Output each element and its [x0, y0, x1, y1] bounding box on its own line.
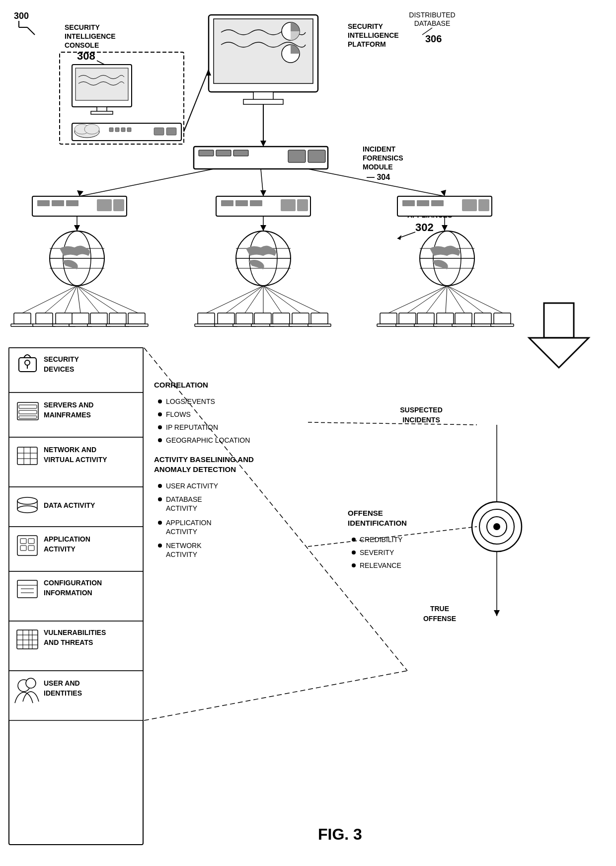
ifm-label3: MODULE: [363, 163, 393, 171]
svg-marker-71: [260, 225, 266, 231]
svg-rect-44: [297, 199, 308, 211]
act-item4: NETWORK: [166, 542, 202, 550]
correlation-title: CORRELATION: [154, 381, 208, 389]
svg-rect-135: [494, 313, 511, 324]
config-label2: INFORMATION: [44, 589, 92, 597]
svg-rect-148: [17, 447, 37, 465]
svg-line-24: [184, 70, 209, 132]
svg-marker-196: [494, 610, 500, 616]
console-label: SECURITY: [65, 23, 100, 31]
svg-rect-22: [154, 128, 164, 135]
svg-rect-19: [115, 128, 119, 132]
svg-rect-94: [125, 324, 148, 326]
svg-marker-52: [260, 190, 266, 196]
svg-rect-29: [288, 150, 306, 162]
ref-306: 306: [425, 33, 442, 44]
svg-rect-27: [216, 150, 231, 156]
svg-rect-104: [218, 313, 234, 324]
act-item2: DATABASE: [166, 495, 202, 503]
svg-marker-69: [74, 225, 80, 231]
act-item4b: ACTIVITY: [166, 551, 198, 558]
svg-rect-23: [166, 128, 176, 135]
svg-rect-38: [97, 199, 112, 211]
offense-title2: IDENTIFICATION: [348, 519, 407, 527]
svg-rect-127: [417, 313, 434, 324]
svg-rect-89: [90, 313, 107, 324]
svg-rect-93: [128, 313, 145, 324]
svg-rect-170: [17, 630, 38, 649]
svg-rect-48: [462, 199, 477, 211]
suspected-title2: INCIDENTS: [402, 416, 440, 424]
svg-rect-108: [254, 313, 271, 324]
corr-item2: FLOWS: [166, 410, 191, 418]
true-offense-title: TRUE: [430, 605, 449, 613]
svg-rect-82: [11, 324, 34, 326]
vuln-label2: AND THREATS: [44, 638, 93, 646]
network-label: NETWORK AND: [44, 446, 96, 454]
svg-point-183: [158, 438, 162, 442]
svg-marker-73: [442, 225, 448, 231]
activity-title: ACTIVITY BASELINING AND: [154, 455, 254, 464]
svg-line-77: [77, 286, 80, 313]
distributed-database-label2: DATABASE: [414, 19, 451, 27]
act-item3: APPLICATION: [166, 519, 212, 527]
user-label: USER AND: [44, 679, 80, 687]
svg-point-190: [352, 563, 356, 567]
app-activity-label: APPLICATION: [44, 535, 90, 543]
svg-line-76: [65, 286, 77, 313]
svg-marker-137: [529, 338, 589, 368]
svg-point-179: [26, 678, 36, 688]
distributed-database-label: DISTRIBUTED: [409, 11, 455, 19]
svg-rect-85: [56, 313, 73, 324]
svg-rect-39: [113, 199, 124, 211]
security-devices-label: SECURITY: [44, 355, 79, 363]
svg-rect-125: [399, 313, 416, 324]
svg-rect-37: [66, 200, 78, 206]
act-item3b: ACTIVITY: [166, 528, 198, 536]
svg-line-116: [388, 286, 447, 313]
svg-rect-49: [478, 199, 489, 211]
ifm-label2: FORENSICS: [363, 154, 403, 162]
svg-point-189: [352, 551, 356, 554]
ref-300: 300: [14, 11, 29, 21]
svg-rect-81: [14, 313, 31, 324]
app-activity-label2: ACTIVITY: [44, 545, 76, 553]
svg-rect-42: [250, 200, 262, 206]
svg-rect-26: [199, 150, 214, 156]
offense-item3: RELEVANCE: [360, 561, 401, 569]
svg-rect-133: [474, 313, 491, 324]
data-activity-label: DATA ACTIVITY: [44, 501, 95, 509]
servers-label: SERVERS AND: [44, 401, 93, 409]
svg-point-182: [158, 425, 162, 429]
svg-line-101: [263, 286, 320, 313]
servers-label2: MAINFRAMES: [44, 411, 91, 419]
svg-rect-21: [127, 128, 131, 132]
svg-line-78: [77, 286, 99, 313]
svg-rect-129: [437, 313, 454, 324]
svg-line-121: [447, 286, 483, 313]
svg-rect-41: [235, 200, 248, 206]
act-item1: USER ACTIVITY: [166, 482, 219, 490]
diagram-container: 300 DISTRIBUTED DATABASE 306 SECURITY I: [0, 0, 616, 866]
ref-308: 308: [77, 50, 95, 62]
sip-label: SECURITY: [348, 22, 383, 30]
svg-line-95: [206, 286, 263, 313]
svg-line-80: [77, 286, 138, 313]
console-label2: INTELLIGENCE: [65, 32, 116, 40]
svg-line-117: [407, 286, 447, 313]
svg-rect-136: [491, 324, 514, 326]
corr-item1: LOGS/EVENTS: [166, 397, 215, 405]
svg-rect-84: [33, 324, 56, 326]
svg-rect-110: [273, 313, 290, 324]
svg-rect-45: [402, 200, 415, 206]
svg-rect-18: [109, 128, 113, 132]
svg-point-193: [493, 523, 500, 530]
svg-point-154: [17, 497, 37, 504]
svg-line-119: [446, 286, 447, 313]
sip-label3: PLATFORM: [348, 40, 386, 48]
offense-item2: SEVERITY: [360, 549, 394, 556]
svg-point-185: [158, 497, 162, 501]
svg-rect-131: [455, 313, 472, 324]
laptops-center: [195, 286, 331, 326]
config-label: CONFIGURATION: [44, 579, 102, 587]
